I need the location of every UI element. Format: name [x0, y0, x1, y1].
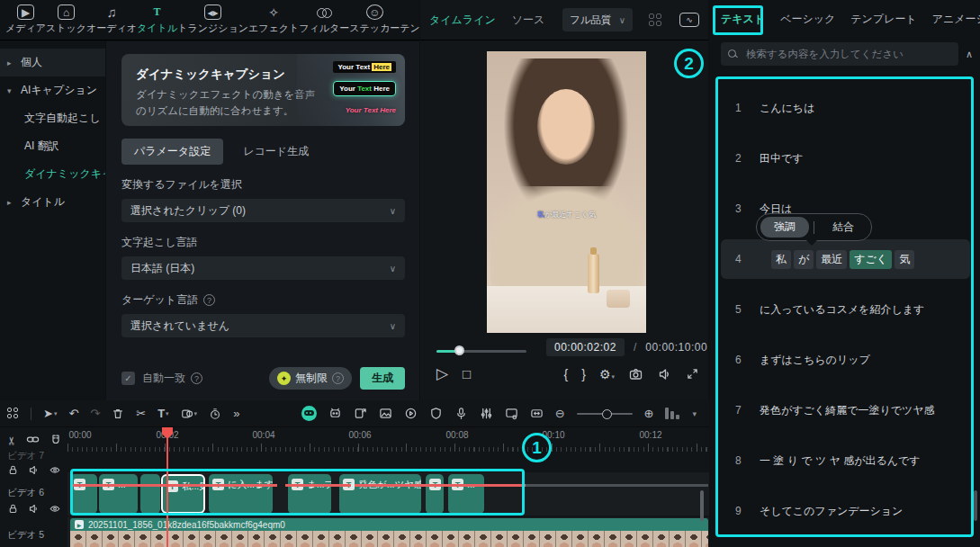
auto-ripple-icon[interactable] — [530, 407, 544, 420]
tab-text[interactable]: テキスト — [721, 12, 765, 27]
screen-record-icon[interactable] — [505, 407, 518, 420]
split-scissors-icon[interactable]: ✂ — [136, 407, 146, 420]
mask-icon[interactable]: ▾ — [181, 408, 198, 420]
zoom-out-icon[interactable]: ⊖ — [555, 407, 565, 420]
tab-transition[interactable]: ◂▸トランジション — [177, 4, 248, 35]
tab-sticker[interactable]: ☺ステッカー — [349, 4, 400, 35]
video-preview[interactable]: 私が最近すごく気 — [487, 51, 646, 333]
lock-track-icon[interactable] — [7, 503, 19, 517]
list-item-selected[interactable]: 強調 結合 4 私 が 最近 すごく 気 — [709, 234, 980, 284]
snap-magnet-icon[interactable] — [49, 434, 62, 449]
help-icon[interactable]: ? — [203, 294, 215, 306]
mark-in-icon[interactable]: { — [564, 367, 569, 381]
transcribe-language-dropdown[interactable]: 日本語 (日本)∨ — [121, 256, 405, 280]
text-clip[interactable]: T — [426, 474, 444, 514]
row-text[interactable]: そしてこのファンデーション — [760, 504, 903, 519]
sidebar-item-ai-translate[interactable]: AI 翻訳 — [0, 132, 105, 160]
emphasis-button[interactable]: 強調 — [760, 217, 809, 238]
seek-handle[interactable] — [454, 345, 464, 355]
redo-icon[interactable]: ↷ — [90, 407, 100, 420]
fullscreen-icon[interactable] — [686, 367, 699, 381]
ai-assistant-icon[interactable] — [301, 406, 317, 421]
selected-clips-dropdown[interactable]: 選択されたクリップ (0)∨ — [121, 199, 405, 222]
quality-dropdown[interactable]: フル品質∨ — [562, 8, 633, 31]
razor-tool-icon[interactable]: ✂ — [5, 436, 18, 445]
tab-timeline-preview[interactable]: タイムライン — [429, 13, 496, 28]
split-clip-icon[interactable] — [354, 407, 367, 420]
layout-grid-icon[interactable] — [649, 13, 663, 26]
gear-icon[interactable]: ⚙▾ — [599, 367, 615, 381]
tab-filter[interactable]: フィルター — [299, 4, 349, 35]
voiceover-mic-icon[interactable] — [454, 407, 468, 420]
shield-icon[interactable] — [429, 407, 443, 420]
tab-animation[interactable]: アニメーション — [932, 12, 980, 27]
playhead[interactable] — [166, 427, 168, 547]
link-clips-icon[interactable] — [26, 433, 40, 449]
mark-out-icon[interactable]: } — [581, 367, 586, 381]
row-text[interactable]: こんにちは — [760, 101, 814, 116]
search-box[interactable] — [721, 42, 958, 66]
row-text[interactable]: 田中です — [760, 151, 804, 166]
speaker-icon[interactable] — [657, 367, 672, 381]
mute-track-icon[interactable] — [28, 503, 40, 517]
preview-seekbar[interactable] — [436, 345, 526, 357]
scene-detect-icon[interactable] — [379, 407, 392, 420]
search-input[interactable] — [744, 48, 951, 60]
audio-mixer-icon[interactable] — [480, 407, 493, 420]
speed-ramp-icon[interactable] — [404, 407, 418, 420]
tab-record-generate[interactable]: レコード生成 — [243, 139, 309, 165]
list-item[interactable]: 6まずはこちらのリップ — [709, 335, 980, 385]
tab-title[interactable]: Tタイトル — [137, 4, 177, 35]
text-tool-icon[interactable]: T▾ — [157, 407, 168, 420]
current-timecode[interactable]: 00:00:02:02 — [546, 338, 625, 356]
ai-bot-outline-icon[interactable] — [328, 407, 342, 420]
snapshot-camera-icon[interactable] — [628, 367, 643, 381]
media-browser-icon[interactable] — [7, 408, 19, 419]
sidebar-item-ai-caption[interactable]: ▾AIキャプション — [0, 76, 105, 104]
zoom-in-icon[interactable]: ⊕ — [644, 407, 654, 420]
play-button[interactable]: ▷ — [436, 364, 448, 383]
selected-row-body[interactable]: 4 私 が 最近 すごく 気 — [721, 239, 970, 279]
hide-track-icon[interactable] — [49, 464, 61, 479]
timeline-scrollbar-thumb[interactable] — [700, 490, 704, 521]
word-chip[interactable]: 私 — [771, 250, 791, 269]
list-item[interactable]: 8一 塗 り で ツ ヤ 感が出るんです — [709, 435, 980, 486]
sidebar-item-personal[interactable]: ▸個人 — [0, 49, 105, 76]
tab-basic[interactable]: ベーシック — [780, 12, 835, 27]
text-clip[interactable]: T — [70, 474, 97, 514]
tab-source-preview[interactable]: ソース — [512, 13, 545, 28]
word-chip-highlighted[interactable]: すごく — [850, 250, 892, 269]
row-text[interactable]: に入っているコスメを紹介します — [760, 302, 924, 318]
chevron-down-icon[interactable]: ▾ — [692, 409, 697, 418]
track-height-icon[interactable] — [665, 408, 679, 419]
row-text[interactable]: まずはこちらのリップ — [760, 353, 870, 368]
row-text[interactable]: 一 塗 り で ツ ヤ 感が出るんです — [760, 453, 921, 469]
tab-effect[interactable]: ✧エフェクト — [248, 4, 299, 35]
sidebar-item-title[interactable]: ▸タイトル — [0, 188, 105, 216]
target-language-dropdown[interactable]: 選択されていません∨ — [121, 314, 405, 337]
sidebar-item-auto-transcribe[interactable]: 文字自動起こし — [0, 104, 105, 132]
list-item[interactable]: 5に入っているコスメを紹介します — [709, 284, 980, 335]
tab-template[interactable]: テンプレート — [850, 12, 916, 27]
more-tools-icon[interactable]: » — [233, 407, 239, 420]
tab-audio[interactable]: ♫オーディオ — [86, 4, 137, 35]
word-chip[interactable]: が — [794, 250, 814, 269]
row-text[interactable]: 発色がすごく綺麗で一塗りでツヤ感 — [760, 403, 935, 418]
word-chip[interactable]: 最近 — [816, 250, 847, 269]
timeline-zoom-slider[interactable] — [577, 413, 633, 415]
lock-track-icon[interactable] — [7, 464, 19, 479]
merge-button[interactable]: 結合 — [819, 217, 868, 238]
list-item[interactable]: 9そしてこのファンデーション — [709, 486, 980, 536]
text-clip[interactable]: Tま...プ — [288, 474, 331, 514]
tab-media[interactable]: ▶メディア — [5, 4, 46, 35]
scopes-icon[interactable]: ∿ — [679, 13, 699, 27]
list-item[interactable]: 1こんにちは — [709, 83, 980, 133]
text-clip[interactable] — [140, 474, 160, 514]
tab-parameter-settings[interactable]: パラメータ設定 — [121, 139, 223, 165]
undo-icon[interactable]: ↶ — [68, 407, 78, 420]
text-clip[interactable]: T発色が...ツヤ感 — [339, 474, 421, 514]
select-tool-icon[interactable]: ➤▾ — [43, 407, 57, 420]
delete-icon[interactable] — [112, 408, 124, 420]
stop-button[interactable]: □ — [463, 366, 471, 381]
text-clip[interactable]: T... — [99, 474, 138, 514]
